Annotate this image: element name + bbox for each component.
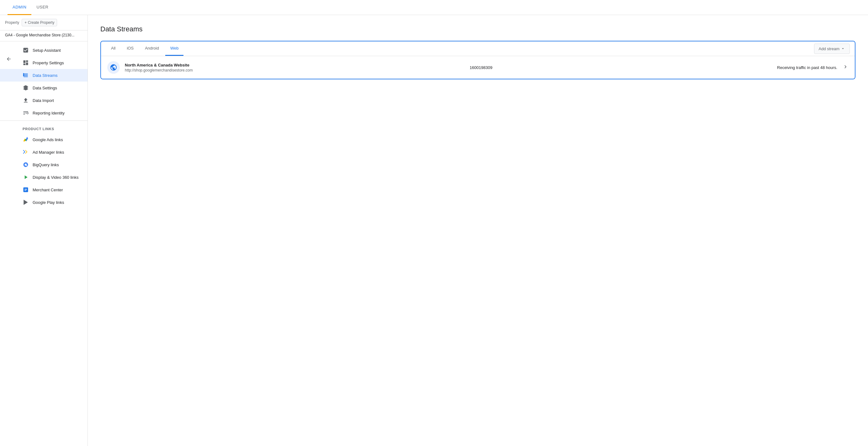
sidebar-item-reporting-identity[interactable]: Reporting Identity — [0, 107, 88, 119]
filter-tab-ios[interactable]: iOS — [122, 41, 138, 56]
stream-item[interactable]: North America & Canada Website http://sh… — [101, 56, 855, 79]
sidebar-item-label: Data Streams — [33, 73, 57, 78]
sidebar-item-setup-assistant[interactable]: Setup Assistant — [0, 44, 88, 56]
create-property-button[interactable]: + Create Property — [22, 19, 57, 26]
upload-icon — [23, 97, 29, 103]
sidebar-item-label: Google Play links — [33, 200, 64, 205]
sidebar-item-label: Display & Video 360 links — [33, 175, 79, 180]
sidebar-item-bigquery[interactable]: BigQuery links — [0, 158, 88, 171]
main-area: Property + Create Property GA4 - Google … — [0, 15, 868, 446]
filter-tabs: All iOS Android Web Add stream — [101, 41, 855, 56]
sidebar: Property + Create Property GA4 - Google … — [0, 15, 88, 446]
page-title: Data Streams — [100, 25, 856, 33]
sidebar-item-data-import[interactable]: Data Import — [0, 94, 88, 107]
bigquery-icon — [23, 161, 29, 168]
app-container: ADMIN USER Property + Create Property GA… — [0, 0, 868, 446]
nav-divider — [0, 120, 88, 121]
svg-point-3 — [27, 112, 28, 114]
streams-icon — [23, 72, 29, 79]
svg-rect-0 — [23, 73, 24, 74]
sidebar-item-google-ads[interactable]: Google Ads links — [0, 133, 88, 146]
add-stream-label: Add stream — [819, 47, 839, 51]
sidebar-item-label: Property Settings — [33, 61, 64, 65]
sidebar-item-data-streams[interactable]: Data Streams — [0, 69, 88, 82]
layers-icon — [23, 85, 29, 91]
sidebar-item-label: Setup Assistant — [33, 48, 61, 53]
sidebar-item-label: Reporting Identity — [33, 111, 65, 115]
create-property-label: + Create Property — [25, 20, 54, 25]
display-video-icon — [23, 174, 29, 180]
sidebar-item-ad-manager[interactable]: Ad Manager links — [0, 146, 88, 158]
add-stream-button[interactable]: Add stream — [814, 43, 850, 54]
stream-name: North America & Canada Website — [125, 63, 459, 67]
stream-info: North America & Canada Website http://sh… — [125, 63, 459, 72]
google-play-icon — [23, 199, 29, 205]
product-links-label: PRODUCT LINKS — [0, 122, 88, 133]
sidebar-item-merchant-center[interactable]: Merchant Center — [0, 183, 88, 196]
merchant-center-icon — [23, 187, 29, 193]
chevron-down-icon — [841, 47, 845, 51]
ad-manager-icon — [23, 149, 29, 155]
stream-status: Receiving traffic in past 48 hours. — [503, 65, 842, 70]
svg-rect-2 — [23, 75, 24, 76]
sidebar-item-label: Merchant Center — [33, 187, 63, 192]
sidebar-item-label: BigQuery links — [33, 162, 59, 167]
top-tabs: ADMIN USER — [0, 0, 868, 15]
property-name: GA4 - Google Merchandise Store (2130... — [0, 30, 88, 41]
property-header: Property + Create Property — [0, 15, 88, 30]
reporting-icon — [23, 110, 29, 116]
svg-rect-1 — [23, 74, 24, 75]
property-label: Property — [5, 20, 19, 25]
filter-tab-all[interactable]: All — [106, 41, 120, 56]
sidebar-item-label: Data Settings — [33, 86, 57, 90]
sidebar-item-label: Ad Manager links — [33, 150, 64, 155]
sidebar-item-label: Google Ads links — [33, 138, 63, 142]
google-ads-icon — [23, 137, 29, 143]
sidebar-item-data-settings[interactable]: Data Settings — [0, 82, 88, 94]
filter-tab-web[interactable]: Web — [165, 41, 184, 56]
tab-admin[interactable]: ADMIN — [7, 0, 31, 15]
stream-url: http://shop.googlemerchandisestore.com — [125, 68, 459, 72]
sidebar-item-display-video[interactable]: Display & Video 360 links — [0, 171, 88, 183]
sidebar-item-property-settings[interactable]: Property Settings — [0, 56, 88, 69]
svg-marker-6 — [25, 175, 28, 179]
property-icon — [23, 60, 29, 66]
content-area: Data Streams All iOS Android Web Add str… — [88, 15, 868, 446]
sidebar-item-google-play[interactable]: Google Play links — [0, 196, 88, 209]
streams-container: All iOS Android Web Add stream — [100, 41, 856, 79]
stream-id: 1600198309 — [459, 65, 503, 70]
sidebar-item-label: Data Import — [33, 98, 54, 103]
sidebar-nav: Setup Assistant Property Settings — [0, 41, 88, 211]
stream-globe-icon — [107, 61, 120, 74]
filter-tab-android[interactable]: Android — [140, 41, 164, 56]
tab-user[interactable]: USER — [31, 0, 53, 15]
checkmark-icon — [23, 47, 29, 53]
stream-chevron-icon — [842, 64, 848, 71]
